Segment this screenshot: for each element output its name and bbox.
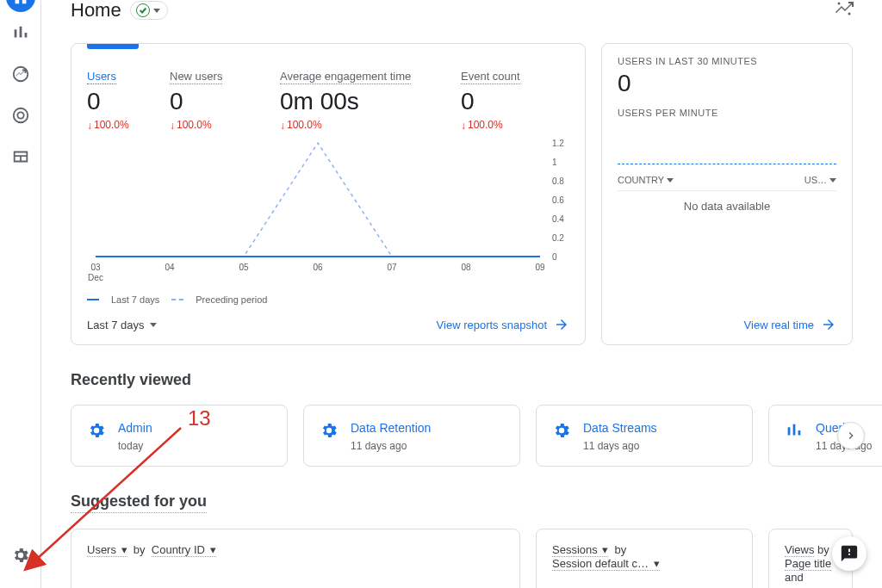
svg-text:1: 1 xyxy=(552,158,557,167)
check-circle-icon xyxy=(136,3,150,17)
metric-value: 0 xyxy=(87,88,170,115)
page-title: Home xyxy=(71,0,121,22)
svg-text:08: 08 xyxy=(461,263,471,272)
users-per-minute-chart xyxy=(618,121,836,164)
table-icon[interactable] xyxy=(0,136,41,177)
view-realtime-link[interactable]: View real time xyxy=(744,317,836,332)
svg-text:05: 05 xyxy=(239,263,249,272)
metric-value: 0 xyxy=(461,88,564,115)
metric-dd[interactable]: Sessions ▾ xyxy=(552,543,608,557)
metric-users[interactable]: Users 0 ↓100.0% xyxy=(87,68,170,131)
svg-text:Dec: Dec xyxy=(88,273,103,282)
svg-text:0.6: 0.6 xyxy=(552,195,564,205)
svg-text:04: 04 xyxy=(165,263,175,272)
gear-icon[interactable] xyxy=(0,535,41,576)
main-content: Home Users 0 ↓100.0% New use xyxy=(41,0,882,588)
svg-text:0.2: 0.2 xyxy=(552,233,564,243)
metric-dd[interactable]: Users ▾ xyxy=(87,543,127,557)
realtime-value: 0 xyxy=(618,70,836,97)
metric-dd[interactable]: Views xyxy=(785,543,814,557)
scroll-next-button[interactable] xyxy=(837,422,865,449)
suggested-title: Suggested for you xyxy=(71,492,207,513)
users-column[interactable]: US… xyxy=(804,175,836,185)
no-data-text: No data available xyxy=(618,200,836,213)
feedback-button[interactable] xyxy=(832,536,866,571)
left-sidebar xyxy=(0,0,41,588)
realtime-heading: USERS IN LAST 30 MINUTES xyxy=(618,56,836,66)
chevron-down-icon xyxy=(829,178,836,183)
svg-text:07: 07 xyxy=(387,263,397,272)
svg-text:0.4: 0.4 xyxy=(552,214,564,224)
svg-text:1.2: 1.2 xyxy=(552,139,564,148)
svg-point-1 xyxy=(838,3,841,5)
metric-new-users[interactable]: New users 0 ↓100.0% xyxy=(170,68,280,131)
svg-text:09: 09 xyxy=(535,263,545,272)
chart-legend: Last 7 days Preceding period xyxy=(87,294,569,305)
recently-viewed-row: Admintoday Data Retention11 days ago Dat… xyxy=(71,405,853,467)
metric-label: New users xyxy=(170,70,222,84)
dimension-dd[interactable]: Page title xyxy=(785,557,831,571)
gear-icon xyxy=(320,421,339,443)
metric-label: Average engagement time xyxy=(280,70,411,84)
overview-card: Users 0 ↓100.0% New users 0 ↓100.0% Aver… xyxy=(71,43,586,345)
metric-delta: ↓100.0% xyxy=(461,119,564,131)
date-range-selector[interactable]: Last 7 days xyxy=(87,319,157,331)
bar-chart-icon xyxy=(785,421,804,443)
svg-text:06: 06 xyxy=(313,263,323,272)
recent-card-data-retention[interactable]: Data Retention11 days ago xyxy=(303,405,520,467)
country-column[interactable]: COUNTRY xyxy=(618,175,674,185)
svg-text:0: 0 xyxy=(552,252,557,262)
svg-text:03: 03 xyxy=(90,263,101,272)
metric-delta: ↓100.0% xyxy=(87,119,170,131)
metric-label: Event count xyxy=(461,70,520,84)
svg-point-0 xyxy=(848,13,851,15)
suggested-card-sessions-by-channel[interactable]: Sessions ▾ by Session default c… ▾ xyxy=(536,529,753,588)
recent-card-data-streams[interactable]: Data Streams11 days ago xyxy=(536,405,753,467)
metric-delta: ↓100.0% xyxy=(170,119,280,131)
status-chip[interactable] xyxy=(130,1,168,20)
chevron-down-icon xyxy=(150,323,157,327)
metric-event-count[interactable]: Event count 0 ↓100.0% xyxy=(461,68,564,131)
line-chart: 1.2 1 0.8 0.6 0.4 0.2 0 03 Dec 04 05 xyxy=(87,136,569,286)
chevron-down-icon xyxy=(667,178,674,183)
metric-value: 0m 00s xyxy=(280,88,461,115)
view-reports-snapshot-link[interactable]: View reports snapshot xyxy=(437,317,569,332)
bar-chart-icon[interactable] xyxy=(0,12,41,53)
target-icon[interactable] xyxy=(0,95,41,136)
gear-icon xyxy=(552,421,571,443)
metric-value: 0 xyxy=(170,88,280,115)
gear-icon xyxy=(87,421,106,443)
suggested-card-users-by-country[interactable]: Users ▾ by Country ID ▾ xyxy=(71,529,520,588)
metric-label: Users xyxy=(87,70,116,84)
recent-card-admin[interactable]: Admintoday xyxy=(71,405,288,467)
realtime-card: USERS IN LAST 30 MINUTES 0 USERS PER MIN… xyxy=(601,43,853,345)
recent-card-queries[interactable]: Queries11 days ago xyxy=(768,405,882,467)
chevron-down-icon xyxy=(153,9,160,13)
insights-icon[interactable] xyxy=(829,0,860,28)
dimension-dd[interactable]: Session default c… ▾ xyxy=(552,557,660,571)
active-tab-indicator xyxy=(87,44,139,49)
metric-engagement[interactable]: Average engagement time 0m 00s ↓100.0% xyxy=(280,68,461,131)
dimension-dd[interactable]: Country ID ▾ xyxy=(152,543,216,557)
home-icon[interactable] xyxy=(6,0,35,12)
metric-delta: ↓100.0% xyxy=(280,119,461,131)
users-per-minute-label: USERS PER MINUTE xyxy=(618,108,836,118)
svg-text:0.8: 0.8 xyxy=(552,176,564,186)
recently-viewed-title: Recently viewed xyxy=(71,371,853,389)
line-chart-circle-icon[interactable] xyxy=(0,53,41,95)
